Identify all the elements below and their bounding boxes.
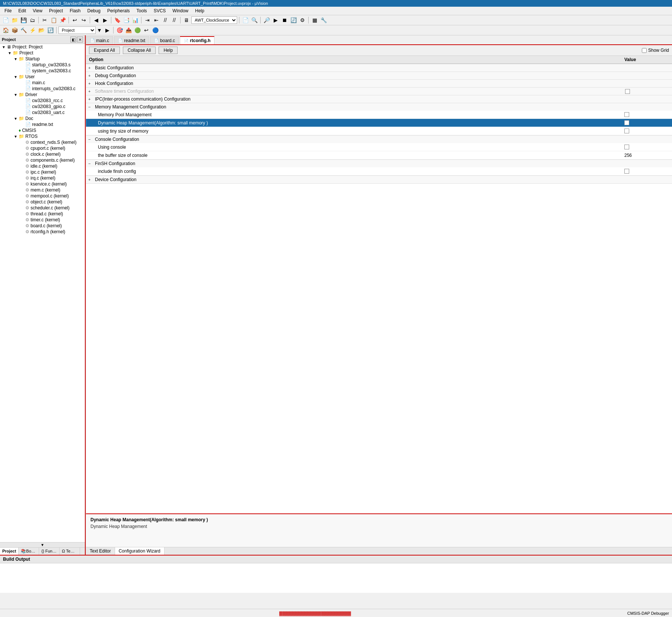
bottom-tab-text-editor[interactable]: Text Editor	[86, 547, 115, 555]
checkbox-memory-pool[interactable]	[624, 112, 629, 117]
row-finsh-config[interactable]: include finsh config	[86, 167, 672, 175]
tb2-btn7[interactable]: ▶	[103, 26, 111, 34]
undo-btn[interactable]: ↩	[71, 16, 79, 24]
section-header-basic[interactable]: + Basic Configuration	[86, 64, 672, 72]
sidebar-close-btn[interactable]: ✕	[77, 37, 83, 42]
new-btn[interactable]: 📄	[1, 16, 10, 24]
tb2-btn3[interactable]: 🔨	[19, 26, 28, 34]
tree-rtos[interactable]: ▼ 📁 RTOS	[0, 133, 85, 139]
save-all-btn[interactable]: 🗂	[28, 16, 36, 24]
tree-startup-s[interactable]: 📄 startup_cw32l083.s	[0, 62, 85, 68]
comment-btn[interactable]: //	[161, 16, 169, 24]
jump-btn[interactable]: 🔍	[250, 16, 258, 24]
menu-debug[interactable]: Debug	[85, 7, 103, 14]
magnify-btn[interactable]: 🔎	[262, 16, 271, 24]
tree-project[interactable]: ▼ 📁 Project	[0, 50, 85, 56]
row-using-console[interactable]: Using console	[86, 143, 672, 151]
menu-file[interactable]: File	[1, 7, 15, 14]
tab-rtconfig-h[interactable]: 📄 rtconfig.h	[180, 36, 214, 44]
tree-main-c[interactable]: 📄 main.c	[0, 80, 85, 86]
tb2-btn4[interactable]: ⚡	[28, 26, 36, 34]
tb2-btn6[interactable]: 🔃	[46, 26, 54, 34]
tab-readme[interactable]: 📄 readme.txt	[114, 36, 149, 44]
sidebar-tab-funcs[interactable]: {} Func...	[39, 548, 60, 555]
tree-user[interactable]: ▼ 📁 User	[0, 74, 85, 80]
clock-source-combo[interactable]: AWT_ClockSource	[191, 16, 237, 24]
tree-doc[interactable]: ▼ 📁 Doc	[0, 116, 85, 121]
sidebar-float-btn[interactable]: ◧	[70, 37, 76, 42]
tb2-btn8[interactable]: 🎯	[115, 26, 124, 34]
tree-context[interactable]: ⚙ context_rvds.S (kernel)	[0, 139, 85, 145]
sidebar-scroll-arrow[interactable]: ▼	[0, 542, 85, 547]
tree-uart-c[interactable]: 📄 cw32l083_uart.c	[0, 110, 85, 116]
menu-tools[interactable]: Tools	[134, 7, 150, 14]
run-btn[interactable]: ▶	[271, 16, 280, 24]
copy2-btn[interactable]: 📄	[241, 16, 249, 24]
sidebar-tab-temp[interactable]: Ω Temp...	[60, 548, 80, 555]
help-button[interactable]: Help	[159, 47, 178, 54]
tree-object[interactable]: ⚙ object.c (kernel)	[0, 199, 85, 205]
tree-toggle-startup[interactable]: ▼	[13, 57, 19, 61]
row-memory-pool[interactable]: Memory Pool Management	[86, 111, 672, 119]
checkbox-tiny-memory[interactable]	[624, 129, 629, 133]
tb2-btn10[interactable]: 🟢	[133, 26, 141, 34]
section-header-device[interactable]: + Device Configuration	[86, 176, 672, 183]
tree-rtconfig-h[interactable]: ⚙ rtconfig.h (kernel)	[0, 229, 85, 235]
row-buffer-size[interactable]: the buffer size of console 256	[86, 151, 672, 159]
tree-system-c[interactable]: 📄 system_cw32l083.c	[0, 68, 85, 74]
tree-toggle-root[interactable]: ▼	[1, 45, 7, 49]
tree-board-c[interactable]: ⚙ board.c (kernel)	[0, 223, 85, 229]
section-header-console[interactable]: − Console Configuration	[86, 136, 672, 143]
tree-toggle-project[interactable]: ▼	[7, 51, 13, 55]
tree-gpio-c[interactable]: 📄 cw32l083_gpio.c	[0, 104, 85, 110]
project-combo[interactable]: Project	[58, 26, 96, 34]
tree-interrupts-c[interactable]: 📄 interrupts_cw32l083.c	[0, 86, 85, 92]
tree-cpuport[interactable]: ⚙ cpuport.c (kernel)	[0, 145, 85, 151]
tree-scheduler[interactable]: ⚙ scheduler.c (kernel)	[0, 205, 85, 211]
menu-svcs[interactable]: SVCS	[151, 7, 169, 14]
tb2-btn12[interactable]: 🔵	[151, 26, 159, 34]
sidebar-tab-project[interactable]: Project	[0, 548, 19, 555]
stop-btn[interactable]: ⏹	[280, 16, 289, 24]
tree-startup[interactable]: ▼ 📁 Startup	[0, 56, 85, 62]
tree-root[interactable]: ▼ 🖥 Project: Project	[0, 44, 85, 50]
section-header-memory[interactable]: − Memory Management Configuration	[86, 103, 672, 111]
section-header-ipc[interactable]: + IPC(Inter-process communication) Confi…	[86, 95, 672, 103]
tb2-btn11[interactable]: ↩	[142, 26, 150, 34]
uncomment-btn[interactable]: //	[170, 16, 178, 24]
tree-rcc-c[interactable]: 📄 cw32l083_rcc.c	[0, 98, 85, 104]
bookmark3-btn[interactable]: 📊	[131, 16, 139, 24]
tools-btn2[interactable]: 🔧	[319, 16, 328, 24]
menu-view[interactable]: View	[30, 7, 45, 14]
tree-clock[interactable]: ⚙ clock.c (kernel)	[0, 151, 85, 157]
menu-flash[interactable]: Flash	[67, 7, 83, 14]
section-header-finsh[interactable]: − FinSH Configuration	[86, 160, 672, 167]
tab-board-c[interactable]: 📄 board.c	[150, 36, 179, 44]
layout-btn[interactable]: ▦	[310, 16, 319, 24]
menu-help[interactable]: Help	[192, 7, 207, 14]
tree-mempool[interactable]: ⚙ mempool.c (kernel)	[0, 193, 85, 199]
menu-project[interactable]: Project	[46, 7, 66, 14]
settings-btn[interactable]: ⚙	[298, 16, 306, 24]
tree-idle[interactable]: ⚙ idle.c (kernel)	[0, 163, 85, 169]
collapse-all-button[interactable]: Collapse All	[123, 47, 156, 54]
expand-all-button[interactable]: Expand All	[89, 47, 120, 54]
copy-btn[interactable]: 📋	[50, 16, 58, 24]
bookmark-btn[interactable]: 🔖	[113, 16, 121, 24]
open-btn[interactable]: 📁	[10, 16, 19, 24]
tab-main-c[interactable]: 📄 main.c	[86, 36, 113, 44]
save-btn[interactable]: 💾	[19, 16, 28, 24]
menu-peripherals[interactable]: Peripherals	[104, 7, 133, 14]
device-btn[interactable]: 🖥	[182, 16, 191, 24]
paste-btn[interactable]: 📌	[58, 16, 67, 24]
tree-toggle-doc[interactable]: ▼	[13, 117, 19, 121]
sidebar-tab-books[interactable]: 📚Books	[19, 548, 39, 555]
nav-back-btn[interactable]: ◀	[92, 16, 100, 24]
tree-irq[interactable]: ⚙ irq.c (kernel)	[0, 175, 85, 181]
tb2-btn2[interactable]: 📦	[10, 26, 19, 34]
bookmark2-btn[interactable]: 📑	[122, 16, 130, 24]
tree-thread[interactable]: ⚙ thread.c (kernel)	[0, 211, 85, 217]
row-dynamic-heap[interactable]: Dynamic Heap Management(Algorithm: small…	[86, 119, 672, 127]
nav-fwd-btn[interactable]: ▶	[101, 16, 109, 24]
tb2-btn5[interactable]: 📂	[37, 26, 45, 34]
